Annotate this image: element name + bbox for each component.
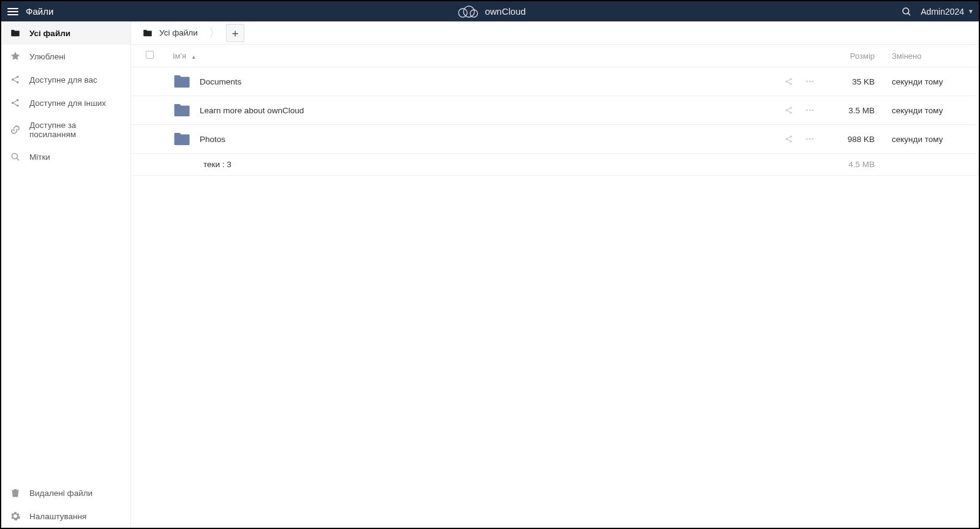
search-icon xyxy=(10,151,21,162)
svg-point-11 xyxy=(12,153,17,159)
svg-point-26 xyxy=(790,135,792,137)
sidebar-item-label: Доступне за посиланням xyxy=(29,121,122,139)
svg-point-10 xyxy=(17,105,18,107)
breadcrumb-root[interactable]: Усі файли xyxy=(137,25,203,41)
table-header-row: Ім'я ▲ Розмір Змінено xyxy=(131,45,979,67)
folder-icon xyxy=(142,28,153,39)
file-table: Ім'я ▲ Розмір Змінено xyxy=(131,45,979,176)
svg-line-4 xyxy=(908,13,911,15)
svg-point-29 xyxy=(809,138,811,140)
svg-point-16 xyxy=(806,81,808,83)
svg-point-28 xyxy=(806,138,808,140)
content-area: Усі файли 〉 ＋ Ім'я ▲ xyxy=(131,21,979,528)
svg-point-9 xyxy=(17,99,18,101)
column-header-modified[interactable]: Змінено xyxy=(887,45,979,67)
sidebar-item-label: Улюблені xyxy=(29,52,66,61)
svg-point-25 xyxy=(785,138,787,140)
user-menu[interactable]: Admin2024 ▼ xyxy=(921,7,974,17)
column-header-name[interactable]: Ім'я ▲ xyxy=(168,45,764,67)
select-all-checkbox[interactable] xyxy=(146,51,154,59)
sidebar-item-shared-with-others[interactable]: Доступне для інших xyxy=(1,91,130,114)
file-name-label: Photos xyxy=(200,135,225,144)
breadcrumb-label: Усі файли xyxy=(159,28,198,37)
brand-name: ownCloud xyxy=(485,6,526,17)
star-icon xyxy=(10,51,21,62)
svg-point-18 xyxy=(812,81,813,83)
share-button[interactable] xyxy=(784,134,794,144)
new-button[interactable]: ＋ xyxy=(226,24,244,42)
svg-point-30 xyxy=(812,138,813,140)
app-title: Файли xyxy=(26,6,53,17)
table-row[interactable]: Photos 988 KB xyxy=(131,125,979,154)
menu-toggle-button[interactable] xyxy=(6,5,20,18)
sidebar-item-label: Доступне для вас xyxy=(29,75,97,84)
file-modified: секунди тому xyxy=(887,125,979,154)
more-button[interactable] xyxy=(805,77,815,86)
summary-total-size: 4.5 MB xyxy=(820,154,887,176)
svg-point-15 xyxy=(790,83,792,84)
svg-point-23 xyxy=(809,110,811,111)
svg-point-6 xyxy=(17,76,18,78)
more-button[interactable] xyxy=(805,105,815,115)
svg-point-21 xyxy=(790,111,792,113)
svg-point-5 xyxy=(12,78,13,80)
file-name-label: Learn more about ownCloud xyxy=(200,106,304,115)
controls-bar: Усі файли 〉 ＋ xyxy=(131,21,979,45)
sidebar-item-label: Видалені файли xyxy=(29,489,92,498)
file-modified: секунди тому xyxy=(887,67,979,96)
svg-point-24 xyxy=(812,110,813,111)
svg-point-19 xyxy=(785,109,787,111)
share-icon xyxy=(10,97,21,108)
svg-point-7 xyxy=(17,81,18,83)
sidebar-item-deleted-files[interactable]: Видалені файли xyxy=(1,481,130,505)
share-button[interactable] xyxy=(784,105,794,115)
table-row[interactable]: Learn more about ownCloud xyxy=(131,96,979,125)
sidebar-item-settings[interactable]: Налаштування xyxy=(1,505,130,528)
svg-point-27 xyxy=(790,140,792,142)
sidebar-item-favorites[interactable]: Улюблені xyxy=(1,45,130,68)
svg-point-20 xyxy=(790,107,792,108)
folder-icon xyxy=(173,73,191,89)
svg-point-3 xyxy=(903,8,909,14)
summary-label: теки : 3 xyxy=(168,154,764,176)
column-header-size[interactable]: Розмір xyxy=(820,45,887,67)
file-size: 988 KB xyxy=(820,125,887,154)
sidebar-item-shared-by-link[interactable]: Доступне за посиланням xyxy=(1,114,130,145)
svg-point-1 xyxy=(464,6,475,17)
topbar: Файли ownCloud Admin2024 ▼ xyxy=(1,1,979,21)
svg-point-13 xyxy=(785,80,787,82)
file-size: 35 KB xyxy=(820,67,887,96)
svg-point-14 xyxy=(790,78,792,80)
caret-down-icon: ▼ xyxy=(968,8,974,15)
sidebar-item-tags[interactable]: Мітки xyxy=(1,145,130,168)
more-button[interactable] xyxy=(805,134,815,144)
sidebar: Усі файли Улюблені Доступне для вас Дост… xyxy=(1,21,131,528)
svg-point-22 xyxy=(806,110,808,111)
svg-point-8 xyxy=(12,102,13,103)
brand[interactable]: ownCloud xyxy=(454,4,526,19)
svg-line-12 xyxy=(17,158,19,160)
sort-asc-icon: ▲ xyxy=(191,54,197,60)
table-summary-row: теки : 3 4.5 MB xyxy=(131,154,979,176)
folder-icon xyxy=(10,28,21,39)
file-name-label: Documents xyxy=(200,77,241,86)
sidebar-item-shared-with-you[interactable]: Доступне для вас xyxy=(1,68,130,91)
share-button[interactable] xyxy=(784,77,794,86)
plus-icon: ＋ xyxy=(230,26,241,40)
link-icon xyxy=(10,124,21,135)
sidebar-item-all-files[interactable]: Усі файли xyxy=(1,21,130,45)
file-size: 3.5 MB xyxy=(820,96,887,125)
breadcrumb-separator-icon: 〉 xyxy=(208,26,221,40)
folder-icon xyxy=(173,102,191,118)
gear-icon xyxy=(10,511,21,522)
user-name: Admin2024 xyxy=(921,7,964,17)
sidebar-item-label: Доступне для інших xyxy=(29,99,106,108)
table-row[interactable]: Documents 35 KB xyxy=(131,67,979,96)
file-modified: секунди тому xyxy=(887,96,979,125)
search-button[interactable] xyxy=(901,6,912,17)
sidebar-item-label: Налаштування xyxy=(29,512,86,521)
sidebar-item-label: Мітки xyxy=(29,152,50,162)
owncloud-logo-icon xyxy=(454,4,479,19)
trash-icon xyxy=(10,487,21,498)
share-icon xyxy=(10,74,21,85)
